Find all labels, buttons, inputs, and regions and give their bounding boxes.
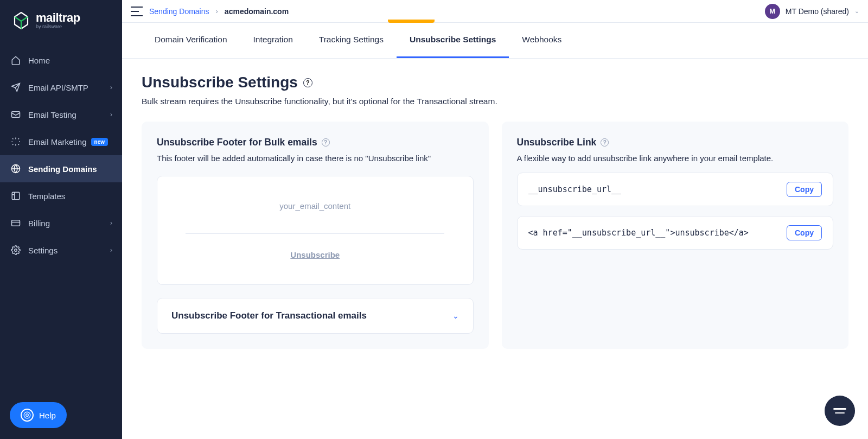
code-snippet-anchor: <a href="__unsubscribe_url__">unsubscrib… [517, 216, 834, 250]
sparkle-icon [10, 136, 22, 148]
svg-point-4 [15, 249, 17, 252]
sidebar-item-home[interactable]: Home [0, 47, 122, 74]
sidebar-item-label: Settings [28, 246, 58, 255]
logo[interactable]: mailtrap by railsware [0, 0, 122, 47]
svg-rect-0 [12, 112, 20, 118]
menu-toggle-icon[interactable] [131, 7, 143, 16]
code-text[interactable]: __unsubscribe_url__ [528, 184, 622, 194]
help-label: Help [39, 411, 56, 420]
avatar: M [765, 4, 780, 19]
user-label: MT Demo (shared) [786, 7, 849, 16]
transactional-footer-accordion[interactable]: Unsubscribe Footer for Transactional ema… [157, 298, 474, 334]
layout-icon [10, 190, 22, 202]
tab-tracking-settings[interactable]: Tracking Settings [306, 23, 397, 58]
copy-button[interactable]: Copy [787, 225, 822, 240]
main: Sending Domains › acmedomain.com M MT De… [122, 0, 868, 439]
logo-brand: mailtrap [36, 11, 80, 25]
help-tooltip-icon[interactable]: ? [322, 138, 330, 147]
chat-icon [833, 408, 846, 413]
page-title-row: Unsubscribe Settings ? [142, 74, 848, 91]
help-tooltip-icon[interactable]: ? [601, 138, 609, 147]
card-title: Unsubscribe Footer for Bulk emails [157, 137, 317, 148]
footer-preview: your_email_content Unsubscribe [157, 176, 474, 285]
page-title: Unsubscribe Settings [142, 74, 298, 91]
sidebar-item-billing[interactable]: Billing › [0, 209, 122, 237]
svg-rect-3 [12, 220, 20, 226]
chevron-down-icon: ⌄ [854, 8, 859, 15]
chevron-right-icon: › [110, 219, 112, 227]
sidebar-item-label: Email Marketing [28, 137, 87, 147]
sidebar: mailtrap by railsware Home Email API/SMT… [0, 0, 122, 439]
sidebar-item-label: Home [28, 56, 50, 65]
lifebuoy-icon [21, 409, 34, 422]
code-text[interactable]: <a href="__unsubscribe_url__">unsubscrib… [528, 228, 749, 238]
chevron-right-icon: › [110, 246, 112, 254]
user-menu[interactable]: M MT Demo (shared) ⌄ [765, 4, 859, 19]
tab-integration[interactable]: Integration [240, 23, 306, 58]
tab-unsubscribe-settings[interactable]: Unsubscribe Settings [397, 23, 509, 58]
card-description: This footer will be added automatically … [157, 154, 474, 163]
home-icon [10, 54, 22, 66]
svg-point-6 [26, 414, 29, 417]
preview-unsubscribe-link[interactable]: Unsubscribe [290, 250, 340, 259]
breadcrumb-current: acmedomain.com [225, 7, 289, 16]
new-badge: new [91, 138, 108, 146]
sidebar-item-label: Billing [28, 219, 50, 228]
tabs: Domain Verification Integration Tracking… [122, 23, 868, 59]
topbar: Sending Domains › acmedomain.com M MT De… [122, 0, 868, 23]
svg-rect-2 [12, 192, 20, 200]
breadcrumb-parent[interactable]: Sending Domains [149, 7, 209, 16]
sidebar-item-sending-domains[interactable]: Sending Domains [0, 155, 122, 182]
sidebar-item-email-marketing[interactable]: Email Marketing new [0, 128, 122, 155]
tab-domain-verification[interactable]: Domain Verification [142, 23, 240, 58]
chevron-right-icon: › [110, 84, 112, 91]
breadcrumb-separator: › [216, 7, 218, 15]
sidebar-item-templates[interactable]: Templates [0, 182, 122, 209]
chat-fab[interactable] [825, 396, 855, 426]
tab-webhooks[interactable]: Webhooks [509, 23, 575, 58]
logo-byline: by railsware [36, 24, 80, 29]
unsubscribe-footer-card: Unsubscribe Footer for Bulk emails ? Thi… [142, 122, 489, 349]
sidebar-item-label: Templates [28, 192, 65, 201]
chevron-down-icon: ⌄ [452, 311, 459, 320]
help-tooltip-icon[interactable]: ? [303, 78, 312, 87]
sidebar-item-label: Sending Domains [28, 164, 97, 174]
card-title: Unsubscribe Link [517, 137, 597, 148]
svg-point-5 [24, 412, 30, 418]
page-description: Bulk stream requires the Unsubscribe fun… [142, 97, 848, 106]
send-icon [10, 81, 22, 93]
chevron-right-icon: › [110, 111, 112, 118]
divider [186, 233, 444, 234]
sidebar-item-email-api[interactable]: Email API/SMTP › [0, 74, 122, 101]
mailtrap-logo-icon [11, 10, 31, 30]
sidebar-item-label: Email Testing [28, 110, 76, 119]
preview-placeholder: your_email_content [279, 201, 350, 211]
accordion-title: Unsubscribe Footer for Transactional ema… [171, 310, 367, 321]
copy-button[interactable]: Copy [787, 182, 822, 197]
card-icon [10, 217, 22, 229]
unsubscribe-link-card: Unsubscribe Link ? A flexible way to add… [502, 122, 849, 349]
nav: Home Email API/SMTP › Email Testing › Em… [0, 47, 122, 439]
sidebar-item-email-testing[interactable]: Email Testing › [0, 101, 122, 128]
inbox-icon [10, 109, 22, 120]
content: Unsubscribe Settings ? Bulk stream requi… [122, 59, 868, 439]
card-description: A flexible way to add unsubscribe link a… [517, 154, 834, 163]
code-snippet-url: __unsubscribe_url__ Copy [517, 173, 834, 206]
sidebar-item-settings[interactable]: Settings › [0, 237, 122, 264]
globe-icon [10, 163, 22, 175]
sidebar-item-label: Email API/SMTP [28, 83, 88, 92]
help-button[interactable]: Help [10, 402, 67, 428]
gear-icon [10, 244, 22, 256]
